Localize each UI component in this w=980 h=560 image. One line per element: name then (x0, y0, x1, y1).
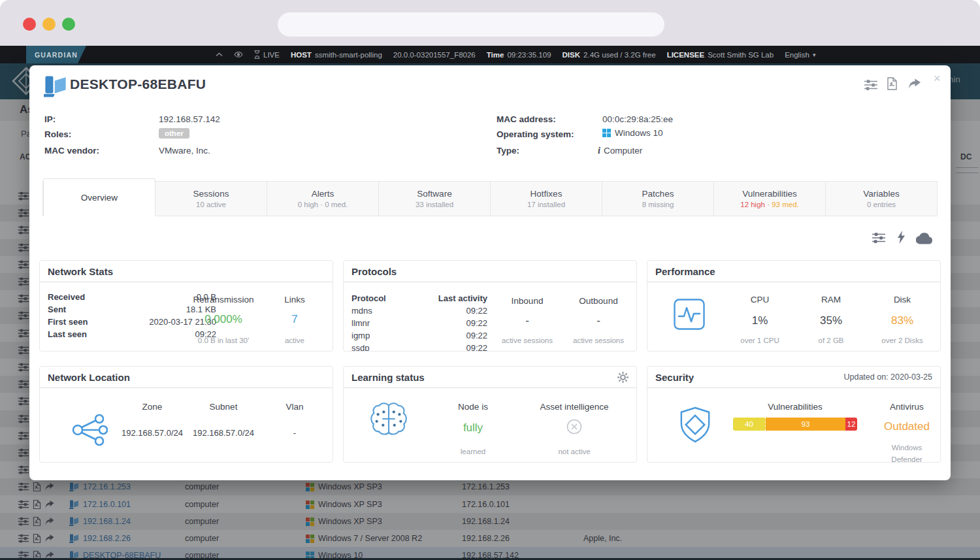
updated-on-text: Updated on: 2020-03-25 (843, 372, 932, 382)
window-close-button[interactable] (23, 18, 36, 31)
vulnerabilities-header: Vulnerabilities (768, 402, 823, 412)
learning-status-card: Learning status Node is fully learned As… (343, 366, 637, 463)
share-icon[interactable] (907, 78, 921, 90)
subnet-value: 192.168.57.0/24 (193, 428, 254, 438)
mac-address-label: MAC address: (497, 114, 556, 124)
os-label: Operating system: (497, 129, 574, 139)
vulnerability-bar[interactable]: 40 93 12 (733, 418, 857, 431)
tab-software[interactable]: Software 33 installed (379, 182, 491, 216)
time-value: 09:23:35.109 (507, 51, 551, 59)
learning-value: fully (463, 421, 483, 434)
vlan-value: - (293, 428, 296, 438)
language-dropdown[interactable]: English ▾ (785, 51, 815, 59)
chevron-down-icon: ▾ (813, 52, 816, 58)
ip-value: 192.168.57.142 (159, 114, 220, 124)
ram-header: RAM (821, 295, 841, 305)
vuln-med-segment[interactable]: 93 (766, 418, 845, 431)
vuln-low-segment[interactable]: 40 (733, 418, 766, 431)
address-bar[interactable] (278, 12, 664, 37)
live-indicator[interactable]: LIVE (254, 50, 280, 59)
tab-overview[interactable]: Overview (43, 178, 155, 216)
card-title: Network Location (48, 372, 325, 383)
language-label: English (785, 51, 809, 59)
network-stats-card: Network Stats Received0.0 B Sent18.1 KB … (39, 260, 333, 352)
cpu-header: CPU (751, 295, 770, 305)
vlan-header: Vlan (286, 402, 303, 412)
host-value: ssmith-smart-polling (315, 51, 382, 59)
browser-chrome (0, 0, 980, 46)
asset-tabs: Overview Sessions 10 active Alerts 0 hig… (42, 181, 938, 216)
disk-value: 83% (891, 314, 913, 327)
info-icon: i (598, 146, 600, 156)
ip-label: IP: (44, 114, 56, 124)
tab-alerts[interactable]: Alerts 0 high · 0 med. (267, 182, 379, 216)
tab-sessions[interactable]: Sessions 10 active (155, 182, 267, 216)
outbound-header: Outbound (579, 296, 617, 306)
tab-patches[interactable]: Patches 8 missing (602, 182, 714, 216)
live-actions-icon[interactable] (897, 231, 906, 244)
mac-address-value: 00:0c:29:8a:25:ee (602, 114, 673, 124)
tab-hotfixes[interactable]: Hotfixes 17 installed (491, 182, 602, 216)
type-value: Computer (604, 146, 642, 156)
subnet-header: Subnet (210, 402, 238, 412)
hourglass-icon (254, 50, 260, 59)
live-label: LIVE (263, 51, 280, 59)
ram-value: 35% (820, 314, 842, 327)
window-minimize-button[interactable] (42, 18, 56, 31)
tab-variables[interactable]: Variables 0 entries (826, 182, 937, 216)
export-pdf-icon[interactable] (887, 77, 898, 90)
disk-info: DISK 2.4G used / 3.2G free (563, 51, 656, 59)
version-string: 20.0.0-03201557_F8026 (393, 51, 476, 59)
settings-sliders-icon[interactable] (864, 80, 877, 90)
cloud-icon[interactable] (916, 233, 933, 244)
guardian-brand-tab[interactable]: GUARDIAN (26, 46, 86, 63)
inbound-header: Inbound (512, 296, 544, 306)
asset-intelligence-header: Asset intelligence (540, 402, 608, 412)
antivirus-product: Windows Defender (891, 444, 922, 463)
links-value[interactable]: 7 (291, 313, 297, 325)
eye-icon[interactable] (234, 52, 243, 58)
brain-icon (368, 401, 409, 437)
retransmission-header: Retransmission (193, 295, 253, 305)
app-status-bar: GUARDIAN LIVE HOST ssmith-smart-polling … (0, 46, 980, 63)
node-is-header: Node is (458, 402, 488, 412)
close-icon[interactable]: × (934, 72, 941, 86)
os-value: Windows 10 (615, 128, 663, 138)
licensee-info: LICENSEE Scott Smith SG Lab (667, 51, 774, 59)
card-title: Performance (655, 266, 932, 277)
network-location-icon (71, 414, 108, 446)
card-title: Protocols (351, 266, 629, 277)
performance-icon (674, 299, 705, 330)
antivirus-header: Antivirus (890, 402, 924, 412)
protocols-card: Protocols ProtocolLast activity mdns09:2… (343, 260, 637, 352)
window-zoom-button[interactable] (62, 18, 75, 31)
asset-title: DESKTOP-68EBAFU (70, 76, 206, 92)
retransmission-value: 0.000% (204, 313, 242, 325)
antivirus-value: Outdated (884, 420, 930, 433)
host-info: HOST ssmith-smart-polling (291, 51, 382, 59)
role-badge: other (159, 128, 189, 139)
mac-vendor-value: VMware, Inc. (159, 146, 210, 156)
shield-icon (679, 406, 711, 444)
computer-icon (44, 74, 67, 98)
tab-vulnerabilities[interactable]: Vulnerabilities 12 high · 93 med. (714, 182, 826, 216)
performance-card: Performance CPU 1% over 1 CPU RAM 35% of… (647, 260, 941, 352)
card-title: Learning status (351, 372, 617, 383)
asset-detail-modal: DESKTOP-68EBAFU × IP: 192.168.57.142 Rol… (29, 65, 951, 480)
mac-vendor-label: MAC vendor: (44, 146, 99, 156)
zone-value: 192.168.57.0/24 (122, 428, 183, 438)
card-title: Network Stats (48, 266, 325, 277)
gear-icon[interactable] (617, 372, 629, 383)
windows-icon (602, 129, 611, 137)
cpu-value: 1% (752, 314, 768, 327)
collapse-icon[interactable] (216, 52, 223, 57)
overview-filter-icon[interactable] (872, 233, 885, 243)
licensee-value: Scott Smith SG Lab (708, 51, 774, 59)
network-location-card: Network Location Zone 192.168.57.0/24 Su… (39, 366, 333, 463)
disk-header: Disk (894, 295, 911, 305)
time-info: Time 09:23:35.109 (487, 51, 551, 59)
vuln-high-segment[interactable]: 12 (845, 418, 857, 431)
not-active-icon (566, 419, 582, 435)
zone-header: Zone (142, 402, 163, 412)
card-title: Security (655, 372, 843, 383)
